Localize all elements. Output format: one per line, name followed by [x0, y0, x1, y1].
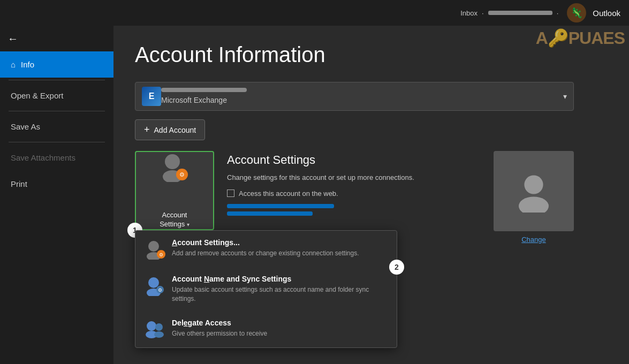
profile-picture-area: Change — [494, 151, 574, 244]
dropdown-item-3-desc: Give others permission to receive — [172, 329, 267, 338]
exchange-icon: E — [142, 87, 161, 106]
sidebar-open-export-label: Open & Export — [11, 91, 63, 100]
svg-point-17 — [154, 331, 164, 338]
dropdown-item-1-icon: ⚙ — [144, 238, 165, 260]
sidebar-print-label: Print — [11, 179, 27, 188]
sidebar-divider-2 — [9, 111, 105, 111]
svg-text:⚙: ⚙ — [159, 252, 163, 257]
account-settings-section: ⚙ Account Settings ▾ 1 Account — [135, 151, 574, 230]
dropdown-item-2-title: Account Name and Sync Settings — [172, 275, 388, 283]
account-email-blurred — [161, 88, 247, 92]
circle-badge-2: 2 — [389, 260, 404, 275]
sidebar-save-attachments-label: Save Attachments — [11, 153, 75, 162]
account-dropdown[interactable]: E Microsoft Exchange ▾ — [135, 82, 574, 111]
dropdown-item-1-title: Account Settings... — [172, 238, 359, 247]
access-web-checkbox[interactable] — [227, 189, 234, 197]
main-layout: ← ⌂ Info Open & Export Save As Save Atta… — [0, 26, 629, 364]
svg-point-14 — [147, 321, 156, 331]
dropdown-item-3-text: Delegate Access Give others permission t… — [172, 318, 267, 338]
topbar-separator2: · — [557, 9, 559, 17]
page-title: Account Information — [135, 43, 608, 67]
dropdown-arrow-icon: ▾ — [563, 92, 567, 101]
sidebar-item-print[interactable]: Print — [0, 171, 113, 197]
user-avatar-icon: 🦎 — [567, 3, 586, 22]
account-settings-dropdown: ⚙ Account Settings... Add and remove acc… — [135, 230, 397, 348]
back-button[interactable]: ← — [0, 26, 26, 51]
svg-point-0 — [165, 154, 180, 169]
sidebar: ← ⌂ Info Open & Export Save As Save Atta… — [0, 26, 113, 364]
svg-point-16 — [155, 323, 163, 331]
access-web-label: Access this account on the web. — [239, 189, 338, 198]
profile-picture — [494, 151, 574, 231]
sidebar-divider-3 — [9, 142, 105, 142]
dropdown-item-3-title: Delegate Access — [172, 318, 267, 327]
svg-text:⚙: ⚙ — [158, 287, 162, 293]
sidebar-divider-1 — [9, 80, 105, 80]
svg-text:⚙: ⚙ — [179, 171, 185, 178]
add-account-button[interactable]: + Add Account — [135, 119, 205, 140]
change-photo-link[interactable]: Change — [521, 236, 546, 244]
sidebar-item-save-as[interactable]: Save As — [0, 113, 113, 140]
dropdown-item-1-text: Account Settings... Add and remove accou… — [172, 238, 359, 258]
dropdown-item-2-desc: Update basic account settings such as ac… — [172, 285, 388, 304]
dropdown-item-2-icon: ⚙ — [144, 275, 165, 296]
svg-point-4 — [524, 175, 543, 194]
account-settings-btn-wrapper: ⚙ Account Settings ▾ 1 — [135, 151, 214, 230]
outlook-label: Outlook — [593, 9, 620, 18]
account-settings-btn-label: Account Settings ▾ — [160, 211, 190, 229]
svg-point-10 — [148, 277, 159, 288]
content-area: A🔑PUAES Account Information E Microsoft … — [113, 26, 629, 364]
sidebar-item-save-attachments: Save Attachments — [0, 145, 113, 171]
dropdown-item-sync-settings[interactable]: ⚙ Account Name and Sync Settings Update … — [135, 267, 397, 311]
inbox-separator: · — [482, 9, 484, 17]
sidebar-item-info[interactable]: ⌂ Info — [0, 51, 113, 78]
sidebar-info-label: Info — [21, 60, 34, 69]
account-type-label: Microsoft Exchange — [161, 96, 227, 104]
dropdown-item-1-desc: Add and remove accounts or change existi… — [172, 249, 359, 258]
back-icon: ← — [7, 33, 18, 45]
dropdown-item-2-text: Account Name and Sync Settings Update ba… — [172, 275, 388, 304]
sidebar-save-as-label: Save As — [11, 122, 40, 131]
inbox-label: Inbox — [460, 9, 478, 17]
account-settings-icon: ⚙ — [160, 152, 190, 181]
home-icon: ⌂ — [11, 60, 16, 69]
dropdown-item-account-settings[interactable]: ⚙ Account Settings... Add and remove acc… — [135, 231, 397, 267]
svg-point-5 — [519, 196, 549, 213]
add-account-label: Add Account — [154, 126, 196, 134]
sidebar-item-open-export[interactable]: Open & Export — [0, 82, 113, 109]
account-dropdown-text: Microsoft Exchange — [161, 88, 563, 105]
blurred-email — [488, 11, 552, 15]
profile-silhouette-icon — [512, 170, 555, 213]
svg-point-6 — [148, 241, 159, 252]
top-bar: Inbox · · 🦎 Outlook — [0, 0, 629, 26]
account-settings-arrow-icon: ▾ — [187, 222, 190, 228]
account-settings-button[interactable]: ⚙ Account Settings ▾ — [135, 151, 214, 230]
plus-icon: + — [144, 124, 150, 135]
dropdown-item-3-icon — [144, 318, 165, 340]
dropdown-item-delegate-access[interactable]: Delegate Access Give others permission t… — [135, 311, 397, 347]
